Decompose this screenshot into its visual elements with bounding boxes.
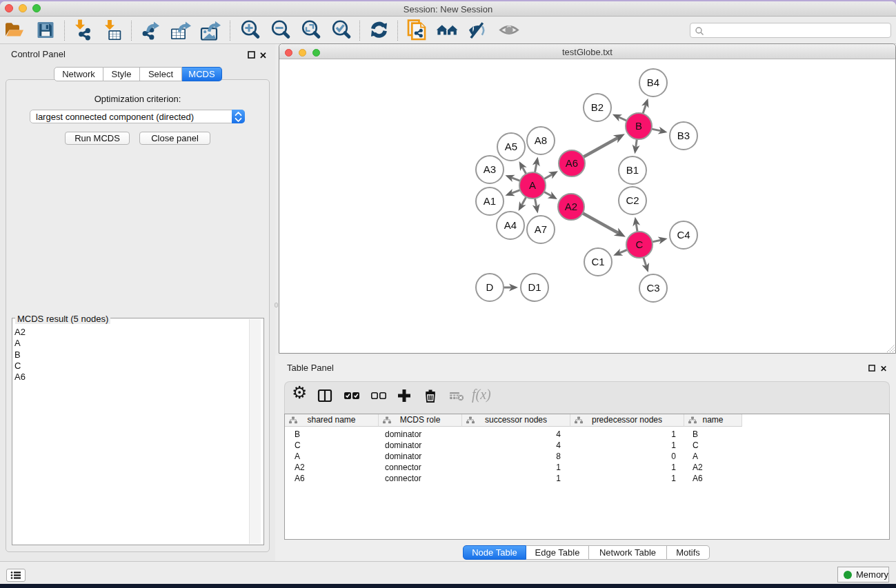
- svg-text:B1: B1: [626, 164, 639, 176]
- svg-text:C2: C2: [626, 194, 639, 206]
- svg-text:A7: A7: [535, 223, 547, 235]
- svg-text:A: A: [529, 179, 536, 191]
- svg-text:C1: C1: [591, 256, 604, 267]
- svg-text:A8: A8: [535, 134, 547, 146]
- svg-text:B3: B3: [677, 130, 690, 141]
- svg-text:A5: A5: [505, 141, 517, 152]
- svg-text:C4: C4: [677, 229, 690, 241]
- svg-text:A2: A2: [565, 201, 577, 212]
- svg-text:C3: C3: [646, 282, 659, 294]
- svg-text:C: C: [636, 239, 644, 250]
- svg-text:D: D: [486, 281, 494, 293]
- svg-text:D1: D1: [528, 281, 541, 293]
- svg-text:B: B: [635, 120, 642, 132]
- svg-text:A3: A3: [484, 163, 496, 175]
- svg-text:B4: B4: [647, 77, 659, 88]
- svg-text:A4: A4: [504, 219, 517, 231]
- svg-text:B2: B2: [591, 101, 604, 113]
- svg-text:A1: A1: [484, 195, 496, 207]
- svg-text:A6: A6: [566, 157, 578, 169]
